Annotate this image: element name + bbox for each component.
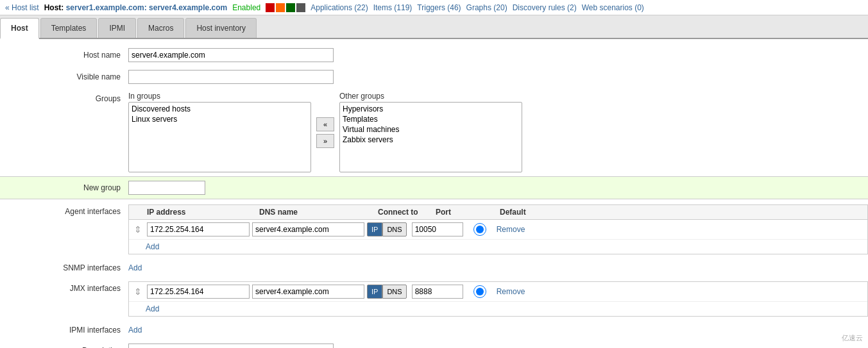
agent-interface-row: ⇕ IP DNS Remove bbox=[129, 220, 867, 240]
tabs: Host Templates IPMI Macros Host inventor… bbox=[0, 15, 868, 39]
port-header: Port bbox=[436, 208, 500, 217]
status-icons bbox=[266, 3, 305, 12]
in-groups-label: In groups bbox=[128, 92, 311, 101]
drag-handle-icon[interactable]: ⇕ bbox=[134, 224, 144, 235]
jmx-interfaces-field: ⇕ IP DNS Remove Add bbox=[128, 281, 868, 317]
ipmi-interfaces-field: Add bbox=[128, 323, 868, 337]
jmx-ip-input[interactable] bbox=[147, 285, 250, 299]
agent-interfaces-field: IP address DNS name Connect to Port Defa… bbox=[128, 204, 868, 254]
snmp-add-link[interactable]: Add bbox=[128, 261, 868, 275]
visible-name-row: Visible name bbox=[0, 66, 868, 88]
host-list-link[interactable]: « Host list bbox=[5, 3, 39, 12]
host-name-input[interactable] bbox=[128, 48, 334, 62]
agent-ip-input[interactable] bbox=[147, 222, 250, 236]
visible-name-field bbox=[128, 70, 868, 84]
groups-row: Groups In groups Discovered hosts Linux … bbox=[0, 88, 868, 176]
ipmi-interfaces-label: IPMI interfaces bbox=[0, 323, 128, 335]
in-groups-container: In groups Discovered hosts Linux servers bbox=[128, 92, 311, 172]
ipmi-interfaces-row: IPMI interfaces Add bbox=[0, 320, 868, 341]
host-info: Host: server1.example.com: server4.examp… bbox=[44, 3, 228, 12]
agent-interfaces-header: IP address DNS name Connect to Port Defa… bbox=[129, 205, 867, 220]
jmx-connect-buttons: IP DNS bbox=[367, 285, 407, 299]
main-content: Host name Visible name Groups In groups … bbox=[0, 39, 868, 348]
top-bar: « Host list Host: server1.example.com: s… bbox=[0, 0, 868, 15]
dns-name-header: DNS name bbox=[259, 208, 378, 217]
jmx-drag-handle-icon[interactable]: ⇕ bbox=[134, 286, 144, 297]
snmp-interfaces-label: SNMP interfaces bbox=[0, 261, 128, 272]
arrow-buttons: « » bbox=[316, 92, 334, 148]
web-scenarios-link[interactable]: Web scenarios (0) bbox=[582, 3, 644, 12]
jmx-connect-dns-button[interactable]: DNS bbox=[382, 285, 406, 299]
drag-col-header bbox=[134, 208, 147, 217]
list-item[interactable]: Hypervisors bbox=[341, 104, 520, 114]
list-item[interactable]: Virtual machines bbox=[341, 124, 520, 135]
other-groups-container: Other groups Hypervisors Templates Virtu… bbox=[339, 92, 522, 172]
connect-buttons: IP DNS bbox=[367, 222, 407, 236]
tab-templates[interactable]: Templates bbox=[40, 18, 98, 38]
new-group-label: New group bbox=[0, 181, 128, 192]
list-item[interactable]: Templates bbox=[341, 114, 520, 124]
status-icon-grid bbox=[296, 3, 305, 12]
agent-dns-input[interactable] bbox=[252, 222, 364, 236]
description-label: Description bbox=[0, 344, 128, 348]
visible-name-input[interactable] bbox=[128, 70, 334, 84]
new-group-input[interactable] bbox=[128, 181, 205, 195]
new-group-row: New group bbox=[0, 176, 868, 199]
visible-name-label: Visible name bbox=[0, 70, 128, 81]
tab-host-inventory[interactable]: Host inventory bbox=[185, 18, 257, 38]
agent-add-link[interactable]: Add bbox=[129, 240, 867, 254]
description-field bbox=[128, 344, 868, 348]
jmx-interfaces-container: ⇕ IP DNS Remove Add bbox=[128, 281, 868, 317]
applications-link[interactable]: Applications (22) bbox=[311, 3, 368, 12]
host-name-field bbox=[128, 48, 868, 62]
connect-ip-button[interactable]: IP bbox=[367, 222, 382, 236]
new-group-field bbox=[128, 181, 868, 195]
in-groups-list[interactable]: Discovered hosts Linux servers bbox=[128, 102, 311, 172]
agent-port-input[interactable] bbox=[412, 222, 463, 236]
jmx-interfaces-label: JMX interfaces bbox=[0, 281, 128, 293]
jmx-interface-row: ⇕ IP DNS Remove bbox=[129, 282, 867, 302]
items-link[interactable]: Items (119) bbox=[373, 3, 413, 12]
discovery-rules-link[interactable]: Discovery rules (2) bbox=[513, 3, 577, 12]
list-item[interactable]: Zabbix servers bbox=[341, 135, 520, 145]
status-icon-red bbox=[266, 3, 275, 12]
ipmi-add-link[interactable]: Add bbox=[128, 323, 868, 337]
tab-ipmi[interactable]: IPMI bbox=[98, 18, 136, 38]
status-icon-green bbox=[286, 3, 295, 12]
groups-label: Groups bbox=[0, 92, 128, 103]
groups-field: In groups Discovered hosts Linux servers… bbox=[128, 92, 868, 172]
host-name-row: Host name bbox=[0, 44, 868, 66]
arrow-right-button[interactable]: » bbox=[316, 134, 334, 148]
agent-interfaces-label: Agent interfaces bbox=[0, 204, 128, 216]
host-label: Host: bbox=[44, 3, 66, 12]
other-groups-label: Other groups bbox=[339, 92, 522, 101]
status-icon-orange bbox=[276, 3, 285, 12]
jmx-default-radio[interactable] bbox=[473, 285, 486, 298]
tab-macros[interactable]: Macros bbox=[137, 18, 184, 38]
list-item[interactable]: Linux servers bbox=[130, 114, 309, 124]
list-item[interactable]: Discovered hosts bbox=[130, 104, 309, 114]
description-input[interactable] bbox=[128, 344, 334, 348]
default-header: Default bbox=[500, 208, 551, 217]
groups-container: In groups Discovered hosts Linux servers… bbox=[128, 92, 868, 172]
other-groups-list[interactable]: Hypervisors Templates Virtual machines Z… bbox=[339, 102, 522, 172]
triggers-link[interactable]: Triggers (46) bbox=[417, 3, 461, 12]
description-row: Description bbox=[0, 341, 868, 348]
jmx-interfaces-row: JMX interfaces ⇕ IP DNS Remove bbox=[0, 279, 868, 320]
graphs-link[interactable]: Graphs (20) bbox=[466, 3, 507, 12]
jmx-dns-input[interactable] bbox=[252, 285, 364, 299]
ip-address-header: IP address bbox=[147, 208, 259, 217]
connect-dns-button[interactable]: DNS bbox=[382, 222, 406, 236]
snmp-interfaces-row: SNMP interfaces Add bbox=[0, 258, 868, 279]
jmx-connect-ip-button[interactable]: IP bbox=[367, 285, 382, 299]
jmx-add-link[interactable]: Add bbox=[129, 302, 867, 316]
jmx-remove-link[interactable]: Remove bbox=[497, 287, 525, 296]
tab-host[interactable]: Host bbox=[0, 18, 39, 39]
agent-default-radio[interactable] bbox=[473, 223, 486, 236]
agent-interfaces-row: Agent interfaces IP address DNS name Con… bbox=[0, 199, 868, 258]
arrow-left-button[interactable]: « bbox=[316, 117, 334, 131]
host-value: server1.example.com: server4.example.com bbox=[66, 3, 228, 12]
connect-to-header: Connect to bbox=[378, 208, 436, 217]
jmx-port-input[interactable] bbox=[412, 285, 463, 299]
agent-remove-link[interactable]: Remove bbox=[497, 225, 525, 234]
